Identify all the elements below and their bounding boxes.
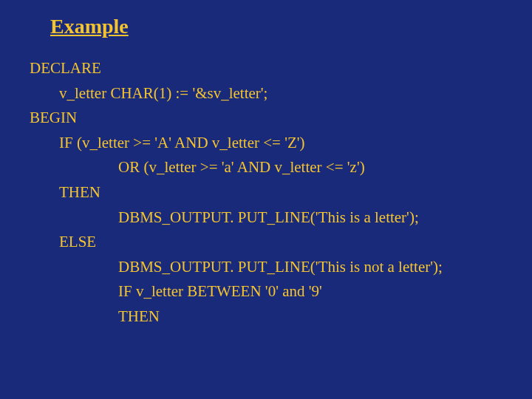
code-line: OR (v_letter >= 'a' AND v_letter <= 'z') (30, 155, 502, 180)
code-line: THEN (30, 180, 502, 205)
code-line: IF v_letter BETWEEN '0' and '9' (30, 279, 502, 304)
code-line: THEN (30, 304, 502, 330)
code-line: v_letter CHAR(1) := '&sv_letter'; (30, 81, 502, 106)
code-line: DECLARE (30, 56, 502, 81)
slide-title: Example (50, 15, 502, 38)
code-block: DECLARE v_letter CHAR(1) := '&sv_letter'… (30, 56, 502, 330)
code-line: DBMS_OUTPUT. PUT_LINE('This is not a let… (30, 255, 502, 280)
code-line: BEGIN (30, 106, 502, 131)
code-line: ELSE (30, 230, 502, 255)
code-line: IF (v_letter >= 'A' AND v_letter <= 'Z') (30, 131, 502, 156)
code-line: DBMS_OUTPUT. PUT_LINE('This is a letter'… (30, 205, 502, 231)
